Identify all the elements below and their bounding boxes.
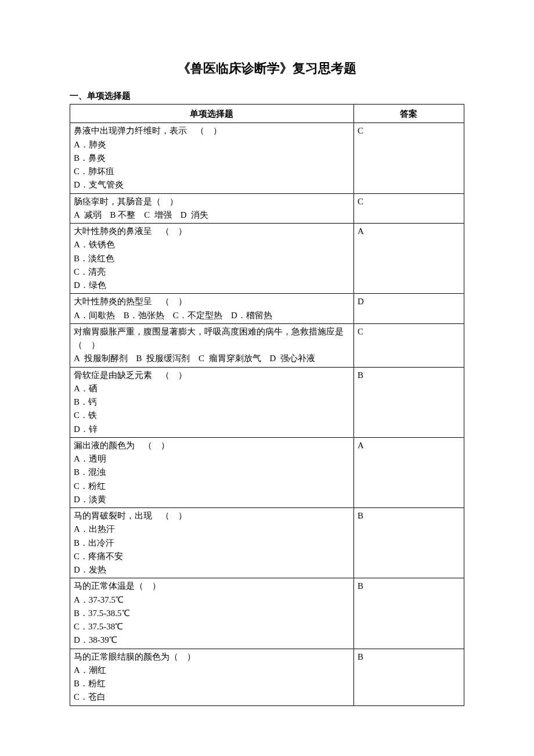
question-option: C．苍白 — [74, 690, 350, 704]
question-options-line: A 减弱 B 不整 C 增强 D 消失 — [74, 208, 350, 222]
answer-cell: A — [353, 224, 464, 294]
question-option: C．肺坏疽 — [74, 165, 350, 178]
question-option: C 瘤胃穿刺放气 — [199, 354, 261, 363]
answer-cell: C — [353, 193, 464, 224]
question-option: A．出热汗 — [74, 523, 350, 536]
question-option: A 减弱 — [74, 210, 102, 219]
question-option: C．疼痛不安 — [74, 550, 350, 563]
answer-cell: B — [353, 367, 464, 437]
question-options-line: A 投服制酵剂 B 投服缓泻剂 C 瘤胃穿刺放气 D 强心补液 — [74, 352, 350, 365]
question-option: B．37.5-38.5℃ — [74, 607, 350, 620]
page-title: 《兽医临床诊断学》复习思考题 — [70, 58, 464, 78]
question-option: D．锌 — [74, 423, 350, 436]
question-option: A．潮红 — [74, 664, 350, 677]
answer-cell: B — [353, 578, 464, 649]
question-cell: 漏出液的颜色为 （ ）A．透明B．混浊C．粉红D．淡黄 — [70, 437, 354, 507]
question-stem: 马的正常体温是（ ） — [74, 579, 350, 593]
question-option: B．出冷汗 — [74, 537, 350, 550]
answer-cell: A — [353, 437, 464, 507]
question-stem: 漏出液的颜色为 （ ） — [74, 439, 350, 452]
table-row: 大叶性肺炎的热型呈 （ ）A．间歇热 B．弛张热 C．不定型热 D．稽留热D — [70, 294, 464, 324]
question-stem: 肠痉挛时，其肠音是（ ） — [74, 195, 350, 208]
question-option: C 增强 — [144, 210, 172, 219]
question-option: D．稽留热 — [231, 311, 272, 320]
answer-cell: C — [353, 123, 464, 193]
table-row: 大叶性肺炎的鼻液呈 （ ）A．铁锈色B．淡红色C．清亮D．绿色A — [70, 224, 464, 294]
table-row: 对瘤胃臌胀严重，腹围显著膨大，呼吸高度困难的病牛，急救措施应是（ ）A 投服制酵… — [70, 323, 464, 367]
question-option: D．淡黄 — [74, 493, 350, 506]
table-row: 鼻液中出现弹力纤维时，表示 （ ）A．肺炎B．鼻炎C．肺坏疽D．支气管炎C — [70, 123, 464, 193]
table-row: 马的正常体温是（ ）A．37-37.5℃B．37.5-38.5℃C．37.5-3… — [70, 578, 464, 649]
question-option: B．弛张热 — [124, 311, 164, 320]
question-option: C．37.5-38℃ — [74, 620, 350, 633]
questions-table: 单项选择题 答案 鼻液中出现弹力纤维时，表示 （ ）A．肺炎B．鼻炎C．肺坏疽D… — [70, 104, 464, 706]
question-option: A．间歇热 — [74, 311, 115, 320]
question-option: B．粉红 — [74, 677, 350, 690]
table-header-row: 单项选择题 答案 — [70, 105, 464, 123]
answer-cell: C — [353, 323, 464, 367]
answer-cell: B — [353, 649, 464, 705]
question-option: C．铁 — [74, 409, 350, 422]
question-option: A 投服制酵剂 — [74, 354, 128, 363]
question-option: A．37-37.5℃ — [74, 593, 350, 607]
question-option: B 投服缓泻剂 — [136, 354, 190, 363]
question-option: D 消失 — [181, 210, 208, 219]
question-cell: 马的胃破裂时，出现 （ ）A．出热汗B．出冷汗C．疼痛不安D．发热 — [70, 508, 354, 578]
section-header: 一、单项选择题 — [70, 89, 464, 103]
question-option: D 强心补液 — [270, 354, 315, 363]
question-stem: 鼻液中出现弹力纤维时，表示 （ ） — [74, 124, 350, 138]
question-option: B．混浊 — [74, 466, 350, 479]
question-stem: 马的正常眼结膜的颜色为（ ） — [74, 650, 350, 664]
question-stem: 大叶性肺炎的鼻液呈 （ ） — [74, 225, 350, 238]
question-option: D．38-39℃ — [74, 633, 350, 647]
question-option: D．绿色 — [74, 279, 350, 292]
question-option: C．不定型热 — [173, 311, 222, 320]
question-option: A．硒 — [74, 382, 350, 395]
table-row: 马的胃破裂时，出现 （ ）A．出热汗B．出冷汗C．疼痛不安D．发热B — [70, 508, 464, 578]
question-option: B．钙 — [74, 395, 350, 409]
answer-cell: D — [353, 294, 464, 324]
question-option: B．鼻炎 — [74, 152, 350, 165]
question-stem: 骨软症是由缺乏元素 （ ） — [74, 369, 350, 382]
question-cell: 骨软症是由缺乏元素 （ ）A．硒B．钙C．铁D．锌 — [70, 367, 354, 437]
table-row: 马的正常眼结膜的颜色为（ ）A．潮红B．粉红C．苍白B — [70, 649, 464, 705]
question-cell: 对瘤胃臌胀严重，腹围显著膨大，呼吸高度困难的病牛，急救措施应是（ ）A 投服制酵… — [70, 323, 354, 367]
question-option: A．透明 — [74, 452, 350, 466]
question-cell: 鼻液中出现弹力纤维时，表示 （ ）A．肺炎B．鼻炎C．肺坏疽D．支气管炎 — [70, 123, 354, 193]
table-row: 骨软症是由缺乏元素 （ ）A．硒B．钙C．铁D．锌B — [70, 367, 464, 437]
question-stem: 大叶性肺炎的热型呈 （ ） — [74, 295, 350, 308]
question-option: C．清亮 — [74, 265, 350, 279]
question-option: B．淡红色 — [74, 252, 350, 265]
question-cell: 马的正常体温是（ ）A．37-37.5℃B．37.5-38.5℃C．37.5-3… — [70, 578, 354, 649]
question-option: D．发热 — [74, 563, 350, 577]
answer-cell: B — [353, 508, 464, 578]
question-stem: 对瘤胃臌胀严重，腹围显著膨大，呼吸高度困难的病牛，急救措施应是（ ） — [74, 325, 350, 352]
question-cell: 马的正常眼结膜的颜色为（ ）A．潮红B．粉红C．苍白 — [70, 649, 354, 705]
question-option: B 不整 — [110, 210, 136, 219]
question-cell: 肠痉挛时，其肠音是（ ）A 减弱 B 不整 C 增强 D 消失 — [70, 193, 354, 224]
question-stem: 马的胃破裂时，出现 （ ） — [74, 509, 350, 523]
table-row: 漏出液的颜色为 （ ）A．透明B．混浊C．粉红D．淡黄A — [70, 437, 464, 507]
header-answer: 答案 — [353, 105, 464, 123]
header-question: 单项选择题 — [70, 105, 354, 123]
question-option: C．粉红 — [74, 480, 350, 493]
question-option: A．肺炎 — [74, 138, 350, 152]
question-cell: 大叶性肺炎的热型呈 （ ）A．间歇热 B．弛张热 C．不定型热 D．稽留热 — [70, 294, 354, 324]
question-cell: 大叶性肺炎的鼻液呈 （ ）A．铁锈色B．淡红色C．清亮D．绿色 — [70, 224, 354, 294]
question-option: A．铁锈色 — [74, 238, 350, 251]
table-row: 肠痉挛时，其肠音是（ ）A 减弱 B 不整 C 增强 D 消失C — [70, 193, 464, 224]
question-options-line: A．间歇热 B．弛张热 C．不定型热 D．稽留热 — [74, 309, 350, 322]
question-option: D．支气管炎 — [74, 178, 350, 192]
